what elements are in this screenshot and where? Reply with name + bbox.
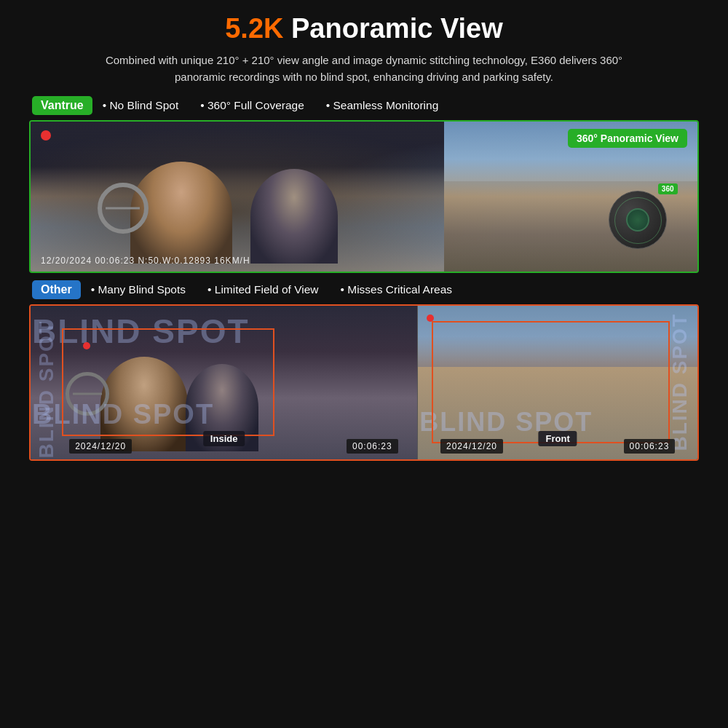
blind-left-rec-dot bbox=[83, 342, 90, 349]
steering-wheel bbox=[98, 183, 149, 234]
blind-left-viewbox bbox=[62, 328, 274, 436]
blind-left-time: 00:06:23 bbox=[347, 439, 398, 454]
blind-spot-text-left-v: BLIND SPOT bbox=[35, 320, 58, 459]
other-feature-row: Other • Many Blind Spots • Limited Field… bbox=[29, 280, 699, 299]
title-rest: Panoramic View bbox=[283, 13, 502, 44]
blind-right-time: 00:06:23 bbox=[624, 439, 676, 454]
vantrue-feature-1: • No Blind Spot bbox=[103, 99, 179, 112]
vantrue-video-panel: 360° Panoramic View 360 12/20/2024 00:06… bbox=[29, 120, 699, 273]
page-container: 5.2K Panoramic View Combined with unique… bbox=[0, 0, 728, 728]
blind-right-panel: BLIND SPOT BLIND SPOT 2024/12/20 Front 0… bbox=[417, 306, 697, 459]
blind-spot-panel: BLIND SPOT BLIND SPOT BLIND SPOT 2024/12… bbox=[29, 304, 699, 461]
vantrue-feature-3: • Seamless Monitoring bbox=[326, 99, 438, 112]
cam-label: 360 bbox=[658, 183, 678, 194]
vantrue-timestamp: 12/20/2024 00:06:23 N:50.W:0.12893 16KM/… bbox=[41, 256, 250, 266]
subtitle-text: Combined with unique 210° + 210° view an… bbox=[80, 52, 648, 86]
other-feature-2: • Limited Field of View bbox=[207, 283, 318, 296]
camera-device: 360 bbox=[598, 183, 678, 264]
camera-sphere bbox=[609, 191, 667, 249]
front-label: Front bbox=[539, 431, 577, 446]
blind-left-panel: BLIND SPOT BLIND SPOT BLIND SPOT 2024/12… bbox=[31, 306, 417, 459]
vantrue-feature-row: Vantrue • No Blind Spot • 360° Full Cove… bbox=[29, 96, 699, 115]
other-feature-1: • Many Blind Spots bbox=[91, 283, 186, 296]
rec-dot bbox=[41, 130, 51, 141]
blind-right-viewbox bbox=[432, 321, 669, 444]
inside-label: Inside bbox=[203, 431, 245, 446]
other-badge: Other bbox=[32, 280, 81, 299]
blind-right-date: 2024/12/20 bbox=[440, 439, 503, 454]
title-accent: 5.2K bbox=[225, 13, 283, 44]
blind-right-rec-dot bbox=[427, 314, 434, 322]
vantrue-features: • No Blind Spot • 360° Full Coverage • S… bbox=[103, 99, 439, 112]
other-features: • Many Blind Spots • Limited Field of Vi… bbox=[91, 283, 452, 296]
page-title: 5.2K Panoramic View bbox=[225, 13, 503, 44]
blind-spot-text-right-v: BLIND SPOT bbox=[668, 313, 692, 451]
vantrue-badge: Vantrue bbox=[32, 96, 92, 115]
blind-left-date: 2024/12/20 bbox=[69, 439, 132, 454]
vantrue-feature-2: • 360° Full Coverage bbox=[200, 99, 304, 112]
person-right bbox=[250, 169, 338, 264]
other-feature-3: • Misses Critical Areas bbox=[341, 283, 453, 296]
badge-360: 360° Panoramic View bbox=[568, 129, 687, 148]
